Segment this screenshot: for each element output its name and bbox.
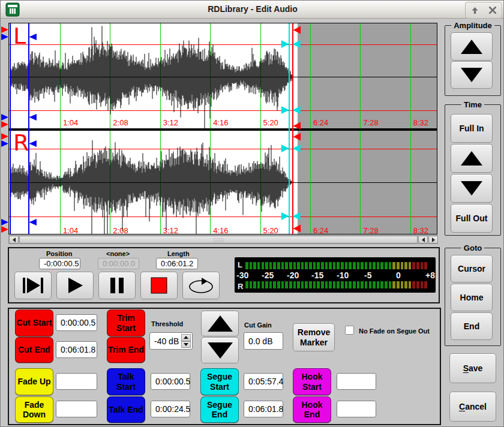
amplitude-down-button[interactable]: [451, 61, 493, 89]
cut-start-handle[interactable]: [1, 26, 8, 33]
fade-up-button[interactable]: Fade Up: [15, 368, 53, 395]
meter-segment: [293, 281, 296, 288]
up-arrow-icon: [461, 151, 482, 166]
talk-end-button[interactable]: Talk End: [107, 396, 145, 423]
trim-end-button[interactable]: Trim End: [107, 337, 145, 363]
play-from-start-button[interactable]: [14, 272, 52, 299]
up-arrow-icon: [461, 40, 482, 54]
goto-home-button[interactable]: Home: [451, 284, 493, 311]
time-zoom-in-button[interactable]: [451, 144, 493, 173]
talk-start-button[interactable]: Talk Start: [107, 368, 145, 395]
talk-start-handle[interactable]: [1, 219, 8, 225]
talk-start-handle[interactable]: [1, 34, 8, 40]
gain-down-button[interactable]: [201, 337, 239, 363]
trim-start-button[interactable]: Trim Start: [107, 309, 145, 336]
stop-button[interactable]: [140, 272, 178, 299]
hook-end-button[interactable]: Hook End: [293, 396, 331, 423]
right-channel-waveform: [10, 140, 293, 234]
threshold-spinbox[interactable]: -40 dB: [149, 332, 193, 350]
spin-up-button[interactable]: [181, 334, 191, 341]
cut-start-handle[interactable]: [1, 133, 8, 140]
meter-segment: [305, 281, 308, 288]
meter-segment: [385, 281, 388, 288]
down-arrow-icon: [208, 342, 233, 359]
meter-segment: [397, 262, 400, 269]
scrollbar-thumb[interactable]: [19, 236, 418, 243]
meter-segment: [345, 281, 348, 288]
scroll-left-button[interactable]: [9, 236, 19, 243]
fade-down-button[interactable]: Fade Down: [15, 396, 53, 423]
cancel-button[interactable]: Cancel: [449, 392, 496, 422]
shade-arrow-icon: [471, 7, 479, 14]
time-full-in-button[interactable]: Full In: [451, 114, 493, 143]
meter-segment: [357, 281, 360, 288]
meter-segment: [337, 262, 340, 269]
pause-button[interactable]: [98, 272, 136, 299]
segue-start-value: 0:05:57.4: [244, 373, 283, 390]
meter-left-label: L: [238, 260, 242, 269]
talk-start-value: 0:00:00.5: [151, 373, 190, 390]
meter-segment: [412, 281, 415, 288]
meter-segment: [373, 281, 376, 288]
meter-segment: [285, 262, 288, 269]
titlebar-buttons: [465, 2, 502, 19]
meter-segment: [373, 262, 376, 269]
goto-group-title: Goto: [461, 243, 484, 252]
cut-end-button[interactable]: Cut End: [15, 337, 53, 363]
meter-segment: [325, 262, 328, 269]
talk-start-handle[interactable]: [1, 114, 8, 121]
talk-end-marker-line[interactable]: [28, 23, 29, 234]
no-fade-checkbox[interactable]: [345, 326, 354, 335]
remove-marker-button[interactable]: Remove Marker: [293, 323, 335, 351]
scroll-step-right-button[interactable]: [428, 236, 438, 243]
time-zoom-out-button[interactable]: [451, 174, 493, 203]
meter-segment: [345, 262, 348, 269]
meter-segment: [313, 262, 316, 269]
segue-start-marker-line[interactable]: [289, 23, 290, 234]
time-full-out-button[interactable]: Full Out: [451, 204, 493, 233]
waveform-scrollbar[interactable]: [8, 235, 438, 244]
goto-end-button[interactable]: End: [451, 312, 493, 340]
spin-down-button[interactable]: [181, 341, 191, 348]
shade-button[interactable]: [466, 2, 484, 18]
meter-segment: [389, 262, 392, 269]
meter-scale-label: -30: [236, 270, 248, 280]
right-arrow-icon: [432, 237, 435, 242]
meter-right-label: R: [238, 282, 243, 291]
length-label: Length: [167, 250, 190, 257]
cut-start-handle[interactable]: [1, 121, 8, 128]
talk-start-handle[interactable]: [1, 140, 8, 147]
left-arrow-icon: [13, 237, 16, 242]
threshold-spin-buttons[interactable]: [181, 334, 191, 348]
meter-segment: [269, 262, 272, 269]
hook-start-button[interactable]: Hook Start: [293, 368, 331, 395]
loop-button[interactable]: [182, 272, 220, 299]
cut-gain-label: Cut Gain: [244, 321, 272, 329]
cut-end-marker-line[interactable]: [292, 23, 293, 234]
threshold-label: Threshold: [151, 320, 183, 327]
segue-end-button[interactable]: Segue End: [200, 396, 239, 423]
meter-segment: [317, 281, 320, 288]
meter-segment: [412, 262, 415, 269]
cut-start-handle[interactable]: [1, 226, 8, 233]
meter-segment: [421, 281, 424, 288]
titlebar: RDLibrary - Edit Audio: [1, 1, 504, 19]
meter-segment: [329, 281, 332, 288]
amplitude-up-button[interactable]: [451, 32, 493, 61]
gain-up-button[interactable]: [201, 311, 239, 336]
save-button[interactable]: Save: [449, 353, 496, 383]
segue-start-button[interactable]: Segue Start: [200, 368, 239, 395]
close-button[interactable]: [484, 2, 502, 18]
position-label: Position: [46, 250, 72, 257]
meter-segment: [317, 262, 320, 269]
meter-segment: [397, 281, 400, 288]
waveform-display[interactable]: 1:041:042:082:083:123:124:164:165:205:20…: [8, 23, 437, 234]
meter-scale-label: -10: [337, 270, 349, 280]
meter-segment: [361, 262, 364, 269]
cut-start-button[interactable]: Cut Start: [15, 309, 53, 336]
meter-scale-label: -25: [262, 270, 274, 280]
play-button[interactable]: [56, 272, 94, 299]
scroll-step-left-button[interactable]: [418, 236, 428, 243]
goto-cursor-button[interactable]: Cursor: [451, 255, 493, 282]
talk-start-marker-line[interactable]: [10, 23, 11, 234]
